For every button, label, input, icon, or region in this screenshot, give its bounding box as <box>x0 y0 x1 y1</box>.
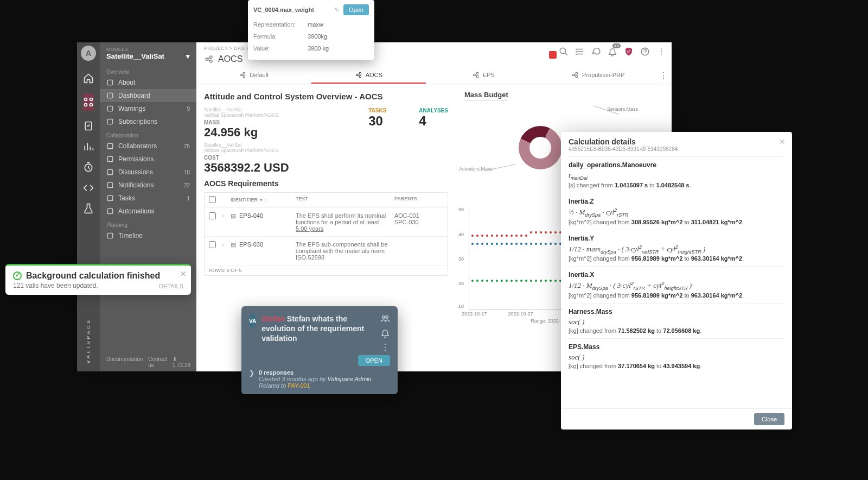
svg-point-38 <box>386 316 388 319</box>
filter-icon[interactable]: ▾ <box>260 197 263 203</box>
doc-icon: ▤ <box>231 241 236 248</box>
edit-icon[interactable]: ✎ <box>334 7 339 14</box>
people-icon[interactable] <box>380 314 390 324</box>
brand-logo: VALISPACE <box>86 318 91 364</box>
kpi-mass-label: MASS <box>204 119 336 125</box>
svg-point-37 <box>382 316 385 319</box>
sidebar-item-collaborators[interactable]: Collaborators25 <box>100 140 196 153</box>
kpi-analyses-value: 4 <box>419 113 448 129</box>
avatar[interactable]: A <box>81 46 96 61</box>
vc-row: Value:3900 kg <box>253 42 369 54</box>
svg-point-23 <box>661 51 662 52</box>
expand-icon[interactable]: › <box>222 212 231 219</box>
sidebar-item-permissions[interactable]: Permissions <box>100 153 196 166</box>
requirements-header: AOCS Requirements <box>204 179 448 188</box>
close-icon[interactable]: ✕ <box>180 269 187 279</box>
sidebar-item-discussions[interactable]: Discussions18 <box>100 166 196 179</box>
checklist-icon[interactable] <box>83 121 94 131</box>
svg-point-24 <box>661 53 662 54</box>
calc-section: Harness.Masssoc( )[kg] changed from 71.5… <box>569 303 784 338</box>
kpi-cost-label: COST <box>204 155 336 161</box>
kpi-cost-value: 3568392.2 USD <box>204 161 336 175</box>
svg-point-20 <box>560 48 566 54</box>
test-tube-icon[interactable] <box>83 203 94 214</box>
calc-section: Inertia.X1/12 · MdrySpa · ( 3·cyl2rSTR +… <box>569 266 784 303</box>
sidebar-item-dashboard[interactable]: Dashboard <box>100 89 196 102</box>
bell-icon[interactable] <box>380 328 390 338</box>
svg-rect-7 <box>107 93 112 98</box>
kpi-mass-value: 24.956 kg <box>204 125 336 140</box>
vc-row: Formula3900kg <box>253 30 369 42</box>
svg-rect-15 <box>107 209 112 213</box>
table-row[interactable]: ›▤EPS-030The EPS sub-components shall be… <box>205 237 448 266</box>
status-indicator[interactable] <box>549 51 557 59</box>
tab-eps[interactable]: EPS <box>426 67 541 84</box>
tab-aocs[interactable]: AOCS <box>311 67 426 84</box>
open-button[interactable]: OPEN <box>358 355 390 366</box>
close-button[interactable]: Close <box>754 413 784 425</box>
sidebar-item-subscriptions[interactable]: Subscriptions <box>100 115 196 128</box>
svg-rect-6 <box>107 80 112 85</box>
expand-icon[interactable]: › <box>222 241 231 248</box>
section-planning: Planning <box>100 218 196 229</box>
calc-section: EPS.Masssoc( )[kg] changed from 37.17065… <box>569 338 784 374</box>
analytics-icon[interactable] <box>83 141 94 152</box>
svg-rect-14 <box>107 195 112 200</box>
bell-icon[interactable] <box>608 47 617 56</box>
timer-icon[interactable] <box>83 162 94 173</box>
tab-propulsion-prp[interactable]: Propulsion-PRP <box>541 67 656 84</box>
svg-rect-13 <box>107 182 112 187</box>
chevron-down-icon: ▾ <box>186 52 190 60</box>
toast-details-button[interactable]: DETAILS <box>159 283 183 289</box>
row-checkbox[interactable] <box>209 241 216 248</box>
svg-rect-10 <box>107 143 112 148</box>
section-title: Attitude and Control System Overview - A… <box>204 92 448 101</box>
related-link[interactable]: PAY-001 <box>288 382 310 389</box>
tab-more-icon[interactable]: ⋮ <box>655 67 672 84</box>
home-icon[interactable] <box>83 73 94 84</box>
select-all-checkbox[interactable] <box>209 196 216 203</box>
close-icon[interactable]: ✕ <box>779 137 786 146</box>
sidebar-item-timeline[interactable]: Timeline <box>100 229 196 242</box>
link-contact[interactable]: Contact us <box>148 356 167 368</box>
svg-rect-11 <box>107 156 112 161</box>
code-icon[interactable] <box>83 182 94 193</box>
project-switcher[interactable]: MODELS Satellite__ValiSat▾ <box>100 42 196 65</box>
panel-title: Calculation details <box>569 137 784 146</box>
more-icon[interactable] <box>656 47 666 56</box>
row-checkbox[interactable] <box>209 212 216 219</box>
sidebar-item-about[interactable]: About <box>100 76 196 89</box>
chevron-right-icon[interactable]: ❯ <box>249 369 254 377</box>
module-icon <box>204 54 214 64</box>
table-row[interactable]: ›▤EPS-040The EPS shall perform its nomin… <box>205 208 448 237</box>
sidebar-item-tasks[interactable]: Tasks1 <box>100 192 196 205</box>
help-icon[interactable] <box>640 47 650 56</box>
tab-default[interactable]: Default <box>196 67 311 84</box>
search-icon[interactable] <box>559 47 569 56</box>
modules-icon[interactable] <box>83 97 94 108</box>
sort-icon[interactable]: ↕ <box>265 197 267 203</box>
section-collab: Collaboration <box>100 128 196 140</box>
todo-icon[interactable] <box>575 47 585 56</box>
calc-section: Inertia.Z½ · MdrySpa · cyl2rSTR[kg*m^2] … <box>569 193 784 230</box>
module-icon <box>571 71 579 79</box>
svg-point-2 <box>85 104 87 106</box>
calc-section: Inertia.Y1/12 · massdrySpa · ( 3·cyl2rad… <box>569 230 784 267</box>
comment-card: VA Stefan Stefan whats the evolution of … <box>241 306 398 394</box>
sidebar-panel: MODELS Satellite__ValiSat▾ Overview Abou… <box>100 42 196 371</box>
sidebar-item-warnings[interactable]: Warnings9 <box>100 102 196 115</box>
vc-row: Representation:maxw <box>253 18 369 30</box>
more-icon[interactable]: ⋮ <box>380 342 390 352</box>
page-title: AOCS <box>218 54 242 64</box>
svg-point-0 <box>85 98 87 101</box>
line-chart: 5040 3020 10 2022-10-172022-10-272022-11… <box>469 206 572 310</box>
link-docs[interactable]: Documentation <box>106 356 143 368</box>
open-button[interactable]: Open <box>343 4 369 15</box>
sidebar-item-notifications[interactable]: Notifications22 <box>100 179 196 192</box>
doc-icon: ▤ <box>231 212 236 219</box>
module-icon <box>239 71 246 79</box>
comments-icon[interactable] <box>591 47 601 56</box>
sidebar-item-automations[interactable]: Automations <box>100 205 196 218</box>
svg-point-1 <box>90 98 93 101</box>
shield-check-icon[interactable] <box>624 47 634 56</box>
